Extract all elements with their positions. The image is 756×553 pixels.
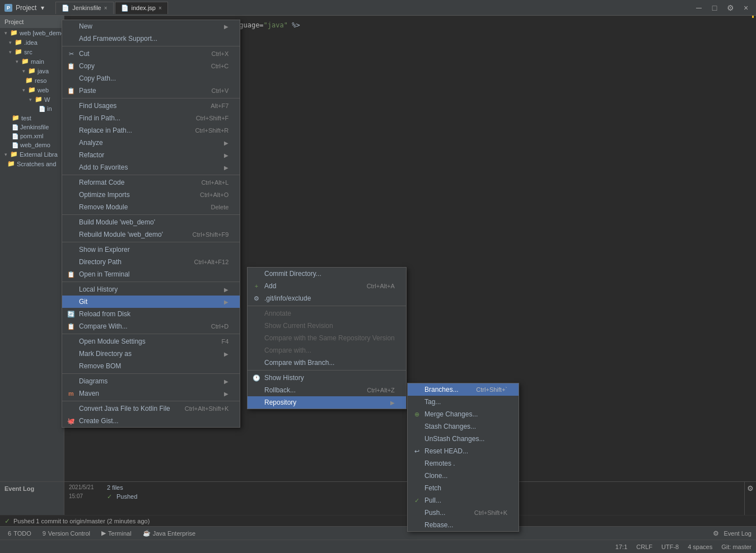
menu-item-build-module[interactable]: Build Module 'web_demo': [62, 216, 240, 228]
menu-item-paste[interactable]: 📋 Paste Ctrl+V: [62, 85, 240, 97]
repo-menu-merge-changes[interactable]: ⊕ Merge Changes...: [408, 408, 519, 420]
repo-menu-rebase[interactable]: Rebase...: [408, 519, 519, 531]
repo-menu-label-reset-head: Reset HEAD...: [424, 447, 468, 455]
remove-module-shortcut: Delete: [200, 204, 229, 210]
git-menu-compare-branch[interactable]: Compare with Branch...: [248, 357, 406, 369]
menu-item-rebuild-module[interactable]: Rebuild Module 'web_demo' Ctrl+Shift+F9: [62, 228, 240, 241]
repo-menu-label-remotes: Remotes .: [424, 460, 455, 467]
menu-item-diagrams[interactable]: Diagrams ▶: [62, 375, 240, 387]
menu-item-reformat-code[interactable]: Reformat Code Ctrl+Alt+L: [62, 176, 240, 189]
repo-menu-reset-head[interactable]: ↩ Reset HEAD...: [408, 445, 519, 457]
menu-label-git: Git: [79, 298, 87, 306]
git-menu-repository[interactable]: Repository ▶: [248, 396, 406, 409]
separator-3: [62, 175, 240, 175]
menu-label-build-module: Build Module 'web_demo': [79, 218, 155, 226]
menu-item-add-framework[interactable]: Add Framework Support...: [62, 32, 240, 45]
separator-1: [62, 46, 240, 46]
git-menu-show-history[interactable]: 🕐 Show History: [248, 372, 406, 384]
menu-item-local-history[interactable]: Local History ▶: [62, 283, 240, 296]
repo-menu-branches[interactable]: Branches... Ctrl+Shift+`: [408, 383, 519, 396]
menu-label-rebuild-module: Rebuild Module 'web_demo': [79, 231, 163, 238]
menu-item-copy-path[interactable]: Copy Path...: [62, 72, 240, 85]
git-menu-gitignore[interactable]: ⚙ .git/info/exclude: [248, 292, 406, 304]
menu-item-maven[interactable]: m Maven ▶: [62, 387, 240, 400]
merge-changes-icon: ⊕: [412, 411, 421, 418]
rollback-shortcut: Ctrl+Alt+Z: [356, 387, 395, 393]
add-icon: +: [252, 283, 261, 289]
git-menu-label-annotate: Annotate: [264, 310, 291, 317]
menu-item-copy[interactable]: 📋 Copy Ctrl+C: [62, 60, 240, 72]
menu-label-replace-in-path: Replace in Path...: [79, 126, 132, 134]
menu-item-remove-module[interactable]: Remove Module Delete: [62, 201, 240, 213]
repo-menu-label-tag: Tag...: [424, 398, 441, 406]
repo-menu-push[interactable]: Push... Ctrl+Shift+K: [408, 507, 519, 519]
menu-item-convert-kotlin[interactable]: Convert Java File to Kotlin File Ctrl+Al…: [62, 402, 240, 415]
menu-item-refactor[interactable]: Refactor ▶: [62, 149, 240, 161]
menu-item-optimize-imports[interactable]: Optimize Imports Ctrl+Alt+O: [62, 189, 240, 201]
menu-label-add-framework: Add Framework Support...: [79, 35, 157, 43]
menu-item-reload-from-disk[interactable]: 🔄 Reload from Disk: [62, 308, 240, 320]
menu-item-find-usages[interactable]: Find Usages Alt+F7: [62, 100, 240, 112]
menu-item-create-gist[interactable]: 🐙 Create Gist...: [62, 415, 240, 427]
menu-item-find-in-path[interactable]: Find in Path... Ctrl+Shift+F: [62, 112, 240, 124]
menu-item-remove-bom[interactable]: Remove BOM: [62, 360, 240, 372]
menu-item-add-to-favorites[interactable]: Add to Favorites ▶: [62, 161, 240, 174]
repo-menu-label-stash-changes: Stash Changes...: [424, 423, 476, 430]
git-arrow: ▶: [224, 299, 228, 305]
menu-item-open-in-terminal[interactable]: 📋 Open in Terminal: [62, 268, 240, 280]
menu-label-optimize-imports: Optimize Imports: [79, 191, 130, 199]
repo-menu-unstash-changes[interactable]: UnStash Changes...: [408, 433, 519, 445]
menu-label-paste: Paste: [79, 87, 96, 95]
repo-menu-stash-changes[interactable]: Stash Changes...: [408, 420, 519, 433]
git-submenu: Commit Directory... + Add Ctrl+Alt+A ⚙ .…: [247, 267, 407, 409]
menu-label-maven: Maven: [79, 390, 99, 397]
gitignore-icon: ⚙: [252, 295, 261, 302]
repo-menu-remotes[interactable]: Remotes .: [408, 457, 519, 470]
copy-icon: 📋: [67, 63, 76, 70]
menu-item-open-module-settings[interactable]: Open Module Settings F4: [62, 335, 240, 348]
separator-5: [62, 242, 240, 242]
menu-item-new[interactable]: New ▶: [62, 20, 240, 32]
refactor-arrow: ▶: [224, 152, 228, 158]
reformat-code-shortcut: Ctrl+Alt+L: [190, 179, 228, 186]
git-menu-label-show-current-revision: Show Current Revision: [264, 322, 333, 330]
menu-item-show-in-explorer[interactable]: Show in Explorer: [62, 243, 240, 256]
maven-arrow: ▶: [224, 391, 228, 397]
push-shortcut: Ctrl+Shift+K: [463, 509, 507, 516]
directory-path-shortcut: Ctrl+Alt+F12: [183, 259, 229, 265]
menu-label-refactor: Refactor: [79, 151, 104, 159]
git-menu-commit-dir[interactable]: Commit Directory...: [248, 268, 406, 280]
repo-menu-clone[interactable]: Clone...: [408, 470, 519, 482]
menu-label-mark-directory-as: Mark Directory as: [79, 350, 132, 358]
menu-label-open-in-terminal: Open in Terminal: [79, 270, 130, 278]
git-menu-annotate: Annotate: [248, 307, 406, 320]
menu-label-create-gist: Create Gist...: [79, 417, 119, 425]
repo-menu-label-unstash-changes: UnStash Changes...: [424, 435, 484, 443]
git-menu-rollback[interactable]: Rollback... Ctrl+Alt+Z: [248, 384, 406, 396]
menu-item-analyze[interactable]: Analyze ▶: [62, 137, 240, 149]
menu-label-open-module-settings: Open Module Settings: [79, 338, 146, 345]
menu-item-directory-path[interactable]: Directory Path Ctrl+Alt+F12: [62, 256, 240, 268]
menu-label-cut: Cut: [79, 50, 90, 58]
git-menu-add[interactable]: + Add Ctrl+Alt+A: [248, 280, 406, 292]
separator-4: [62, 214, 240, 215]
separator-6: [62, 282, 240, 282]
menu-label-find-in-path: Find in Path...: [79, 114, 120, 122]
git-menu-label-compare-same-version: Compare with the Same Repository Version: [264, 334, 395, 342]
reset-head-icon: ↩: [412, 448, 421, 455]
menu-item-mark-directory-as[interactable]: Mark Directory as ▶: [62, 348, 240, 360]
menu-item-compare-with[interactable]: 📋 Compare With... Ctrl+D: [62, 320, 240, 332]
repo-menu-pull[interactable]: ✓ Pull...: [408, 494, 519, 507]
git-menu-label-compare-with-sub: Compare with...: [264, 346, 311, 354]
menu-item-git[interactable]: Git ▶: [62, 296, 240, 308]
repository-arrow: ▶: [390, 400, 395, 406]
git-separator-2: [248, 370, 406, 371]
menu-label-find-usages: Find Usages: [79, 102, 116, 110]
compare-with-icon: 📋: [67, 323, 76, 330]
menu-item-cut[interactable]: ✂ Cut Ctrl+X: [62, 48, 240, 60]
repo-menu-tag[interactable]: Tag...: [408, 396, 519, 408]
menu-item-replace-in-path[interactable]: Replace in Path... Ctrl+Shift+R: [62, 124, 240, 137]
menu-label-compare-with: Compare With...: [79, 322, 128, 330]
repo-menu-fetch[interactable]: Fetch: [408, 482, 519, 494]
mark-directory-arrow: ▶: [224, 351, 228, 357]
